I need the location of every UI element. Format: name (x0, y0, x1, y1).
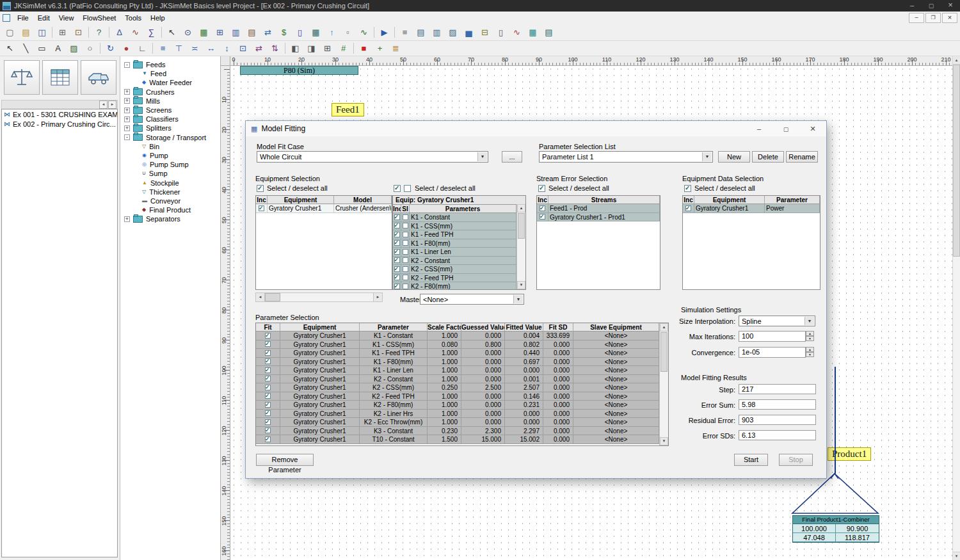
data-grid-tool-button[interactable] (42, 60, 78, 95)
menu-edit[interactable]: Edit (33, 12, 54, 24)
layers-button[interactable]: ≣ (388, 41, 404, 56)
save-button[interactable]: ◫ (34, 25, 50, 40)
report-view-button[interactable]: ▤ (244, 25, 260, 40)
connector-button[interactable]: ∟ (134, 41, 150, 56)
fit-parameter-row[interactable]: Gyratory Crusher1K2 - F80(mm)1.0000.0000… (256, 401, 668, 410)
mass-balance-tool-button[interactable] (4, 60, 40, 95)
row-checkbox[interactable] (259, 205, 264, 211)
database-button[interactable]: ⊟ (477, 25, 493, 40)
fit-parameter-row[interactable]: Gyratory Crusher1K2 - Liner Hrs1.0000.00… (256, 410, 668, 419)
dialog-close-button[interactable] (803, 122, 822, 136)
tree-item-classifiers[interactable]: +Classifiers (120, 115, 220, 124)
equipment-tool-button[interactable] (81, 60, 116, 95)
snap-to-grid-button[interactable]: # (335, 41, 351, 56)
tree-item-pump[interactable]: ◉Pump (120, 151, 220, 160)
model-fit-button[interactable]: ∿ (127, 25, 143, 40)
window-maximize-button[interactable] (922, 0, 941, 12)
move-up-button[interactable]: ↑ (324, 25, 340, 40)
space-horizontal-button[interactable]: ↔ (203, 41, 219, 56)
rename-button[interactable]: Rename (786, 151, 818, 163)
equipment-row[interactable]: Gyratory Crusher1Crusher (AndersenWhite (256, 204, 392, 213)
stop-tool-button[interactable]: ■ (356, 41, 372, 56)
scrollbar-thumb[interactable] (953, 65, 960, 257)
row-checkbox[interactable] (265, 436, 271, 442)
child-minimize-button[interactable] (909, 13, 924, 23)
scroll-right-icon[interactable] (373, 293, 382, 301)
small-grid-button[interactable]: ▫ (340, 25, 356, 40)
scroll-down-icon[interactable] (517, 281, 525, 289)
scroll-down-icon[interactable] (953, 552, 960, 560)
browse-button[interactable]: ... (502, 151, 522, 163)
menu-view[interactable]: View (54, 12, 79, 24)
stop-button[interactable]: Stop (779, 454, 813, 466)
row-checkbox[interactable] (394, 266, 400, 272)
tree-item-pump-sump[interactable]: ◎Pump Sump (120, 160, 220, 169)
child-window-icon[interactable] (3, 14, 10, 22)
equip-si-select-all-checkbox[interactable] (404, 185, 411, 192)
parameter-row[interactable]: K1 - Constant (393, 213, 525, 222)
row-checkbox[interactable] (403, 240, 408, 246)
tree-item-thickener[interactable]: ▽Thickener (120, 188, 220, 196)
paste-button[interactable]: ⊡ (70, 25, 86, 40)
chart-view-button[interactable]: ▦ (196, 25, 212, 40)
fit-parameter-row[interactable]: Gyratory Crusher1K1 - Liner Len1.0000.00… (256, 366, 668, 375)
feed1-label[interactable]: Feed1 (332, 103, 364, 116)
row-checkbox[interactable] (265, 376, 271, 381)
row-checkbox[interactable] (394, 232, 400, 237)
bar-chart-button[interactable]: ▅ (461, 25, 477, 40)
stream-row[interactable]: Gyratory Crusher1 - Prod1 (537, 213, 660, 222)
fit-parameter-row[interactable]: Gyratory Crusher1K1 - Constant1.0000.000… (256, 332, 668, 340)
parameter-row[interactable]: K1 - F80(mm) (393, 239, 525, 248)
send-to-back-button[interactable]: ◨ (303, 41, 319, 56)
insert-text-button[interactable]: A (50, 41, 66, 56)
fit-parameter-row[interactable]: Gyratory Crusher1T10 - Constant1.50015.0… (256, 435, 668, 444)
tree-expand-icon[interactable]: + (124, 98, 130, 104)
fit-parameter-row[interactable]: Gyratory Crusher1K1 - F80(mm)1.0000.0000… (256, 358, 668, 367)
row-checkbox[interactable] (265, 385, 271, 390)
copy-button[interactable]: ⊞ (54, 25, 70, 40)
node-button[interactable]: ● (118, 41, 134, 56)
row-checkbox[interactable] (265, 333, 271, 339)
scroll-left-icon[interactable] (256, 293, 265, 301)
fit-parameter-row[interactable]: Gyratory Crusher1K2 - Ecc Throw(mm)1.000… (256, 418, 668, 427)
row-checkbox[interactable] (394, 257, 400, 263)
tree-item-feed[interactable]: ▼Feed (120, 69, 220, 78)
row-checkbox[interactable] (265, 402, 271, 408)
select-tool-button[interactable]: ↖ (164, 25, 180, 40)
p80-sim-box[interactable]: P80 (Sim) (240, 66, 358, 75)
row-checkbox[interactable] (265, 350, 271, 356)
tree-expand-icon[interactable]: + (124, 89, 130, 95)
canvas-vertical-scrollbar[interactable] (952, 56, 960, 560)
convergence-stepper[interactable]: ▲▼ (806, 347, 814, 357)
row-checkbox[interactable] (394, 284, 400, 289)
row-checkbox[interactable] (265, 341, 271, 347)
row-checkbox[interactable] (403, 266, 408, 272)
stream-row[interactable]: Feed1 - Prod (537, 204, 660, 213)
pointer-button[interactable]: ↖ (2, 41, 18, 56)
row-checkbox[interactable] (265, 358, 271, 364)
row-checkbox[interactable] (685, 205, 691, 211)
row-checkbox[interactable] (403, 275, 408, 280)
group-button[interactable]: ⊞ (319, 41, 335, 56)
tree-item-sump[interactable]: ∪Sump (120, 169, 220, 178)
row-checkbox[interactable] (403, 257, 408, 263)
tree-expand-icon[interactable]: + (124, 116, 130, 122)
document-blue-button[interactable]: ▯ (292, 25, 308, 40)
align-left-button[interactable]: ≡ (155, 41, 171, 56)
help-button[interactable]: ? (91, 25, 107, 40)
panel-scroll-right-icon[interactable]: ▸ (108, 100, 116, 109)
space-vertical-button[interactable]: ↕ (219, 41, 235, 56)
parameter-row[interactable]: K2 - F80(mm) (393, 282, 525, 289)
row-checkbox[interactable] (403, 232, 408, 237)
tree-item-final-product[interactable]: ◆Final Product (120, 205, 220, 214)
dialog-minimize-button[interactable] (749, 122, 769, 136)
new-file-button[interactable]: ▢ (2, 25, 18, 40)
child-restore-button[interactable] (925, 13, 941, 23)
new-button[interactable]: New (718, 151, 750, 163)
row-checkbox[interactable] (403, 249, 408, 255)
tree-item-conveyor[interactable]: ▬Conveyor (120, 196, 220, 205)
data-table-button[interactable]: ▦ (308, 25, 324, 40)
tree-expand-icon[interactable]: + (124, 125, 130, 131)
stream-table-button[interactable]: ▤ (413, 25, 429, 40)
row-checkbox[interactable] (265, 419, 271, 425)
